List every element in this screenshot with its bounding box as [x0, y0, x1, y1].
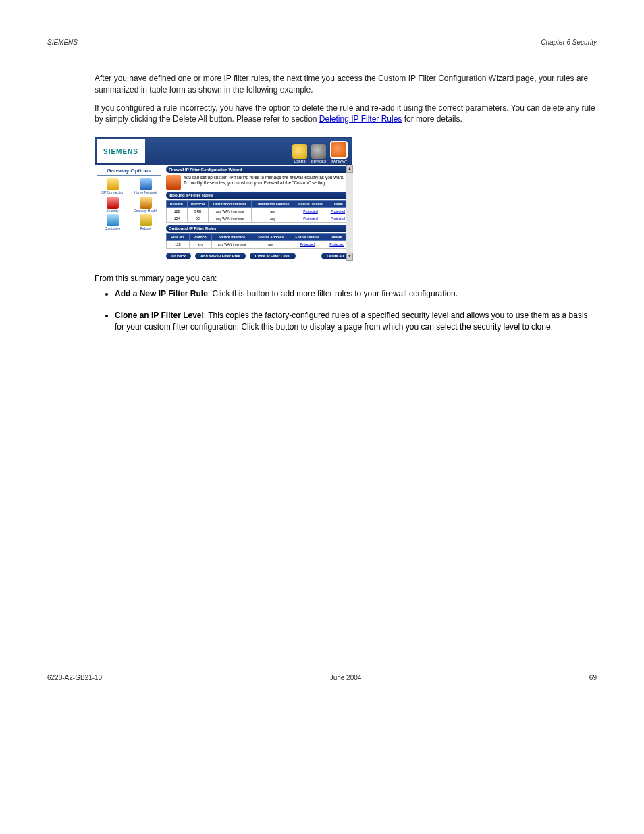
scroll-down-icon[interactable]: ▼: [346, 253, 353, 261]
nav-devices[interactable]: DEVICES: [311, 144, 326, 163]
sidebar-item-customize[interactable]: Customize: [97, 214, 128, 231]
table-row: 128 any any WAN interface any Protected …: [167, 241, 349, 249]
from-this-text: From this summary page you can:: [95, 273, 597, 283]
reboot-icon: [140, 214, 152, 226]
sidebar-item-home[interactable]: Home Network: [130, 178, 161, 195]
intro-paragraph-2: If you configured a rule incorrectly, yo…: [95, 103, 597, 126]
delete-all-button[interactable]: Delete All: [321, 253, 349, 259]
devices-icon: [311, 144, 326, 159]
back-button[interactable]: << Back: [166, 253, 191, 259]
table-row: 124 90 any WAN interface any Protected P…: [167, 215, 349, 223]
nav-users[interactable]: USERS: [292, 144, 307, 163]
list-item: Clone an IP Filter Level: This copies th…: [115, 310, 597, 334]
panel-title-bar: Firewall IP Filter Configuration Wizard: [166, 166, 349, 173]
panel-description: You can set up custom IP filtering rules…: [184, 175, 349, 190]
sidebar-item-security[interactable]: Security: [97, 197, 128, 213]
page-footer: 6220-A2-GB21-10 June 2004 69: [47, 671, 597, 681]
home-icon: [140, 178, 152, 190]
choices-list: Add a New IP Filter Rule: Click this but…: [115, 288, 597, 333]
main-panel: Firewall IP Filter Configuration Wizard …: [163, 165, 352, 261]
sidebar-item-reboot[interactable]: Reboot: [130, 214, 161, 231]
footer-page-number: 69: [589, 674, 597, 681]
health-icon: [140, 197, 152, 209]
sidebar: Gateway Options ISP Connection Home Netw…: [95, 165, 163, 261]
header-right: Chapter 6 Security: [541, 38, 597, 46]
header-left: SIEMENS: [47, 38, 78, 46]
outbound-rules-table: Rule No. Protocol Source Interface Sourc…: [166, 233, 349, 249]
sidebar-item-gwhealth[interactable]: Gateway Health: [130, 197, 161, 213]
intro-paragraph-1: After you have defined one or more IP fi…: [95, 73, 597, 96]
add-rule-button[interactable]: Add New IP Filter Rule: [195, 253, 246, 259]
sidebar-title: Gateway Options: [97, 167, 161, 176]
scrollbar[interactable]: ▲ ▼: [346, 165, 353, 261]
list-item: Add a New IP Filter Rule: Click this but…: [115, 288, 597, 300]
page-header: SIEMENS Chapter 6 Security: [47, 38, 597, 46]
footer-date: June 2004: [330, 674, 362, 681]
gateway-icon: [330, 141, 348, 159]
nav-gateway[interactable]: GATEWAY: [330, 141, 348, 163]
config-wizard-screenshot: SIEMENS USERS DEVICES GATEWAY Gateway Op…: [95, 137, 352, 261]
sidebar-item-isp[interactable]: ISP Connection: [97, 178, 128, 195]
users-icon: [292, 144, 307, 159]
inbound-rules-bar: Inbound IP Filter Rules: [166, 192, 349, 199]
inbound-rules-table: Rule No. Protocol Destination Interface …: [166, 200, 349, 223]
wizard-icon: [166, 175, 181, 190]
scroll-up-icon[interactable]: ▲: [346, 165, 353, 173]
footer-doc-id: 6220-A2-GB21-10: [47, 674, 102, 681]
shield-icon: [107, 197, 119, 209]
outbound-rules-bar: Outbound IP Filter Rules: [166, 225, 349, 232]
table-row: 122 GRE any WAN interface any Protected …: [167, 208, 349, 215]
siemens-logo: SIEMENS: [97, 139, 145, 163]
isp-icon: [107, 178, 119, 190]
customize-icon: [107, 214, 119, 226]
clone-level-button[interactable]: Clone IP Filter Level: [250, 253, 296, 259]
deleting-rules-link[interactable]: Deleting IP Filter Rules: [319, 114, 402, 124]
